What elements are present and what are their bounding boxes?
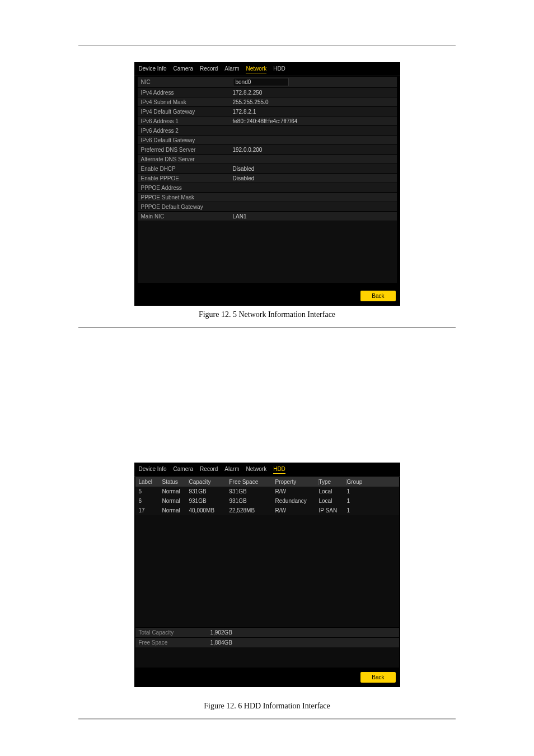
tab-hdd[interactable]: HDD xyxy=(273,66,285,73)
tab-alarm-2[interactable]: Alarm xyxy=(224,466,239,474)
cell-property: Redundancy xyxy=(275,498,319,504)
tab-camera-2[interactable]: Camera xyxy=(174,466,194,474)
value-ipv6-gw xyxy=(229,139,397,141)
value-pppoe-gw xyxy=(229,206,397,208)
value-ipv6-addr1: fe80::240:48ff:fe4c:7ff7/64 xyxy=(229,117,397,125)
summary-total-capacity: Total Capacity 1,902GB xyxy=(135,627,399,637)
value-pppoe: Disabled xyxy=(229,174,397,183)
tab-record[interactable]: Record xyxy=(200,66,218,73)
back-button[interactable]: Back xyxy=(360,672,395,683)
label-pref-dns: Preferred DNS Server xyxy=(138,146,229,154)
value-pppoe-mask xyxy=(229,196,397,198)
row-alt-dns: Alternate DNS Server xyxy=(138,155,397,164)
empty-area xyxy=(135,515,399,627)
cell-status: Normal xyxy=(162,507,189,514)
figure-caption-1: Figure 12. 5 Network Information Interfa… xyxy=(78,310,456,319)
row-main-nic: Main NIC LAN1 xyxy=(138,212,397,221)
header-type[interactable]: Type xyxy=(319,479,347,485)
value-pref-dns: 192.0.0.200 xyxy=(229,146,397,154)
header-property[interactable]: Property xyxy=(275,479,319,485)
header-free-space[interactable]: Free Space xyxy=(229,479,275,485)
tab-network-2[interactable]: Network xyxy=(246,466,266,474)
cell-label: 17 xyxy=(139,507,162,514)
back-button[interactable]: Back xyxy=(360,291,395,301)
row-pppoe-mask: PPPOE Subnet Mask xyxy=(138,193,397,202)
cell-free-space: 931GB xyxy=(229,498,275,504)
label-ipv4-addr: IPv4 Address xyxy=(138,88,229,97)
value-nic[interactable]: bond0 xyxy=(233,78,289,86)
value-ipv4-gw: 172.8.2.1 xyxy=(229,108,397,116)
tab-network[interactable]: Network xyxy=(246,66,266,73)
row-ipv6-gw: IPv6 Default Gateway xyxy=(138,136,397,145)
cell-property: R/W xyxy=(275,507,319,514)
label-ipv6-gw: IPv6 Default Gateway xyxy=(138,136,229,144)
table-row[interactable]: 6 Normal 931GB 931GB Redundancy Local 1 xyxy=(135,496,399,506)
row-ipv4-addr: IPv4 Address 172.8.2.250 xyxy=(138,88,397,97)
table-header: Label Status Capacity Free Space Propert… xyxy=(135,477,399,487)
cell-group: 1 xyxy=(347,488,396,494)
cell-free-space: 22,528MB xyxy=(229,507,275,514)
label-ipv6-addr1: IPv6 Address 1 xyxy=(138,117,229,125)
tab-device-info[interactable]: Device Info xyxy=(139,66,167,73)
table-row[interactable]: 5 Normal 931GB 931GB R/W Local 1 xyxy=(135,487,399,496)
summary-value-free: 1,884GB xyxy=(210,640,396,646)
cell-label: 5 xyxy=(139,488,162,494)
label-pppoe-addr: PPPOE Address xyxy=(138,184,229,192)
summary-label-free: Free Space xyxy=(139,640,210,646)
cell-type: IP SAN xyxy=(319,507,347,514)
header-status[interactable]: Status xyxy=(162,479,189,485)
header-group[interactable]: Group xyxy=(347,479,396,485)
label-pppoe-gw: PPPOE Default Gateway xyxy=(138,203,229,211)
row-nic: NIC bond0 xyxy=(138,77,397,88)
summary-label-total: Total Capacity xyxy=(139,629,210,636)
label-nic: NIC xyxy=(138,78,229,86)
cell-property: R/W xyxy=(275,488,319,494)
label-main-nic: Main NIC xyxy=(138,212,229,221)
empty-area xyxy=(138,221,397,283)
cell-free-space: 931GB xyxy=(229,488,275,494)
label-ipv4-gw: IPv4 Default Gateway xyxy=(138,108,229,116)
cell-capacity: 931GB xyxy=(189,498,229,504)
label-ipv4-mask: IPv4 Subnet Mask xyxy=(138,98,229,106)
empty-area xyxy=(135,647,399,668)
label-dhcp: Enable DHCP xyxy=(138,165,229,173)
row-ipv4-gw: IPv4 Default Gateway 172.8.2.1 xyxy=(138,107,397,116)
row-pppoe: Enable PPPOE Disabled xyxy=(138,174,397,183)
tab-bar: Device Info Camera Record Alarm Network … xyxy=(134,62,400,76)
cell-capacity: 931GB xyxy=(189,488,229,494)
value-ipv4-mask: 255.255.255.0 xyxy=(229,98,397,106)
row-dhcp: Enable DHCP Disabled xyxy=(138,164,397,174)
tab-device-info-2[interactable]: Device Info xyxy=(139,466,167,474)
row-ipv6-addr2: IPv6 Address 2 xyxy=(138,126,397,136)
cell-status: Normal xyxy=(162,488,189,494)
tab-camera[interactable]: Camera xyxy=(174,66,194,73)
tab-hdd-2[interactable]: HDD xyxy=(273,466,285,474)
value-alt-dns xyxy=(229,158,397,160)
cell-label: 6 xyxy=(139,498,162,504)
figure-caption-2: Figure 12. 6 HDD Information Interface xyxy=(78,702,456,711)
row-pppoe-addr: PPPOE Address xyxy=(138,183,397,193)
row-pppoe-gw: PPPOE Default Gateway xyxy=(138,202,397,212)
cell-type: Local xyxy=(319,488,347,494)
cell-type: Local xyxy=(319,498,347,504)
cell-status: Normal xyxy=(162,498,189,504)
cell-group: 1 xyxy=(347,507,396,514)
summary-free-space: Free Space 1,884GB xyxy=(135,637,399,647)
value-main-nic: LAN1 xyxy=(229,212,397,221)
tab-alarm[interactable]: Alarm xyxy=(224,66,239,73)
hdd-panel: Device Info Camera Record Alarm Network … xyxy=(134,463,400,687)
header-capacity[interactable]: Capacity xyxy=(189,479,229,485)
label-ipv6-addr2: IPv6 Address 2 xyxy=(138,127,229,135)
value-ipv6-addr2 xyxy=(229,129,397,132)
tab-bar-2: Device Info Camera Record Alarm Network … xyxy=(134,463,400,477)
cell-capacity: 40,000MB xyxy=(189,507,229,514)
tab-record-2[interactable]: Record xyxy=(200,466,218,474)
header-label[interactable]: Label xyxy=(139,479,162,485)
label-pppoe: Enable PPPOE xyxy=(138,174,229,183)
row-ipv6-addr1: IPv6 Address 1 fe80::240:48ff:fe4c:7ff7/… xyxy=(138,116,397,126)
value-pppoe-addr xyxy=(229,186,397,189)
table-row[interactable]: 17 Normal 40,000MB 22,528MB R/W IP SAN 1 xyxy=(135,506,399,515)
value-ipv4-addr: 172.8.2.250 xyxy=(229,88,397,97)
row-pref-dns: Preferred DNS Server 192.0.0.200 xyxy=(138,145,397,155)
summary-value-total: 1,902GB xyxy=(210,629,396,636)
